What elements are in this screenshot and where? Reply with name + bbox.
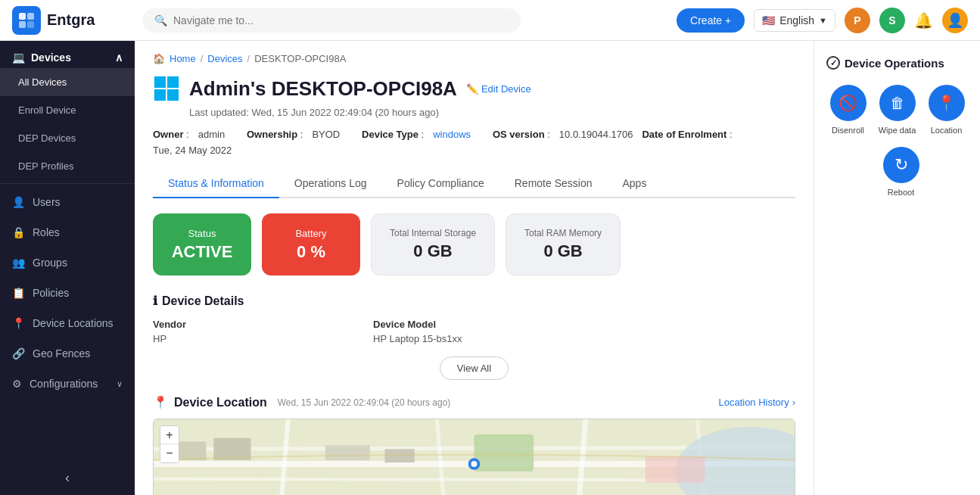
avatar-s[interactable]: S — [879, 8, 905, 33]
avatar-user[interactable]: 👤 — [942, 8, 968, 33]
sidebar-item-dep-profiles[interactable]: DEP Profiles — [0, 152, 135, 180]
search-bar[interactable]: 🔍 — [142, 8, 521, 33]
sidebar-item-groups[interactable]: 👥 Groups — [0, 248, 135, 278]
owner-value: admin — [198, 129, 225, 140]
svg-rect-4 — [154, 76, 166, 88]
tab-operations-log[interactable]: Operations Log — [279, 170, 382, 198]
tab-remote-session[interactable]: Remote Session — [499, 170, 608, 198]
device-details-title: ℹ Device Details — [153, 294, 795, 308]
device-location-section: 📍 Device Location Wed, 15 Jun 2022 02:49… — [153, 395, 795, 495]
ownership-label: Ownership : — [247, 129, 303, 140]
roles-label: Roles — [33, 226, 60, 238]
breadcrumb-devices[interactable]: Devices — [207, 53, 242, 64]
edit-device-link[interactable]: ✏️ Edit Device — [466, 83, 531, 95]
top-navigation: Entgra 🔍 Create + 🇺🇸 English ▼ P S 🔔 👤 — [0, 0, 980, 41]
model-field: Device Model HP Laptop 15-bs1xx — [373, 319, 575, 344]
enroll-device-label: Enroll Device — [18, 104, 76, 116]
op-disenroll[interactable]: 🚫 Disenroll — [826, 85, 870, 135]
svg-rect-11 — [176, 442, 206, 461]
tab-apps[interactable]: Apps — [607, 170, 661, 198]
sidebar-item-policies[interactable]: 📋 Policies — [0, 278, 135, 308]
disenroll-button[interactable]: 🚫 — [830, 85, 866, 121]
svg-rect-6 — [154, 89, 166, 101]
page-title: Admin's DESKTOP-OPCI98A — [189, 77, 457, 101]
chevron-up-icon: ∧ — [115, 51, 123, 64]
sidebar-item-geo-fences[interactable]: 🔗 Geo Fences — [0, 338, 135, 369]
sidebar-item-all-devices[interactable]: All Devices — [0, 68, 135, 96]
sidebar-devices-label: Devices — [31, 51, 71, 64]
ram-value: 0 GB — [543, 241, 582, 261]
configurations-icon: ⚙ — [12, 378, 22, 390]
vendor-value: HP — [153, 333, 355, 344]
create-button[interactable]: Create + — [677, 8, 745, 33]
op-location[interactable]: 📍 Location — [925, 85, 968, 135]
svg-rect-10 — [474, 434, 534, 472]
location-button[interactable]: 📍 — [929, 85, 965, 121]
main-content: 🏠 Home / Devices / DESKTOP-OPCI98A Admin… — [135, 41, 814, 495]
logo-area: Entgra — [12, 6, 133, 35]
sidebar-item-users[interactable]: 👤 Users — [0, 187, 135, 217]
users-label: Users — [33, 196, 61, 208]
location-header: 📍 Device Location Wed, 15 Jun 2022 02:49… — [153, 395, 795, 409]
enrolment-value: Tue, 24 May 2022 — [153, 145, 232, 156]
svg-rect-1 — [27, 13, 34, 20]
sidebar-item-dep-devices[interactable]: DEP Devices — [0, 124, 135, 152]
reboot-button[interactable]: ↻ — [883, 147, 919, 183]
location-timestamp: Wed, 15 Jun 2022 02:49:04 (20 hours ago) — [278, 397, 451, 408]
language-label: English — [779, 14, 814, 26]
model-label: Device Model — [373, 319, 575, 330]
zoom-in-button[interactable]: + — [160, 426, 179, 444]
checkmark-icon: ✓ — [826, 56, 840, 70]
roles-icon: 🔒 — [12, 226, 25, 238]
chevron-down-icon: ▼ — [819, 16, 827, 25]
battery-label: Battery — [295, 228, 326, 239]
search-input[interactable] — [173, 14, 509, 26]
status-cards: Status ACTIVE Battery 0 % Total Internal… — [153, 213, 795, 276]
policies-label: Policies — [33, 287, 69, 299]
view-all-button[interactable]: View All — [440, 356, 509, 380]
tab-status-information[interactable]: Status & Information — [153, 170, 279, 198]
content-and-ops: 🏠 Home / Devices / DESKTOP-OPCI98A Admin… — [135, 41, 980, 495]
notifications-icon[interactable]: 🔔 — [914, 11, 933, 30]
location-op-label: Location — [931, 126, 963, 135]
sidebar-item-device-locations[interactable]: 📍 Device Locations — [0, 308, 135, 338]
sidebar-item-roles[interactable]: 🔒 Roles — [0, 217, 135, 248]
svg-rect-14 — [385, 449, 415, 462]
wipe-data-label: Wipe data — [879, 126, 916, 135]
vendor-label: Vendor — [153, 319, 355, 330]
page-title-row: Admin's DESKTOP-OPCI98A ✏️ Edit Device — [153, 75, 795, 102]
windows-os-icon — [153, 75, 180, 102]
sidebar-item-enroll-device[interactable]: Enroll Device — [0, 96, 135, 124]
policies-icon: 📋 — [12, 287, 25, 299]
avatar-p[interactable]: P — [845, 8, 870, 33]
geo-fences-label: Geo Fences — [33, 347, 90, 360]
dep-profiles-label: DEP Profiles — [18, 160, 73, 172]
disenroll-label: Disenroll — [832, 126, 864, 135]
map-svg — [154, 419, 795, 495]
storage-value: 0 GB — [413, 241, 452, 261]
svg-rect-7 — [167, 89, 179, 101]
tab-policy-compliance[interactable]: Policy Compliance — [382, 170, 499, 198]
device-operations-panel: ✓ Device Operations 🚫 Disenroll 🗑 Wipe d… — [814, 41, 980, 495]
sidebar-collapse-button[interactable]: ‹ — [0, 461, 135, 495]
language-selector[interactable]: 🇺🇸 English ▼ — [754, 9, 835, 32]
zoom-out-button[interactable]: − — [160, 444, 179, 462]
device-location-map: + − — [153, 419, 795, 495]
device-type-label: Device Type : — [362, 129, 424, 140]
op-reboot[interactable]: ↻ Reboot — [834, 147, 968, 197]
svg-rect-15 — [646, 456, 705, 482]
breadcrumb-home[interactable]: Home — [170, 53, 196, 64]
device-meta: Owner : admin Ownership : BYOD Device Ty… — [153, 129, 795, 156]
edit-icon: ✏️ — [466, 83, 478, 95]
os-version-label: OS version : — [493, 129, 550, 140]
location-history-link[interactable]: Location History › — [718, 397, 795, 408]
op-wipe-data[interactable]: 🗑 Wipe data — [876, 85, 919, 135]
device-locations-label: Device Locations — [33, 317, 114, 329]
wipe-data-button[interactable]: 🗑 — [879, 85, 916, 121]
edit-device-label: Edit Device — [481, 83, 531, 95]
svg-rect-3 — [27, 21, 34, 28]
device-details-grid: Vendor HP Device Model HP Laptop 15-bs1x… — [153, 319, 795, 344]
all-devices-label: All Devices — [18, 76, 67, 88]
sidebar-devices-header[interactable]: 💻 Devices ∧ — [0, 41, 135, 68]
sidebar-item-configurations[interactable]: ⚙ Configurations ∨ — [0, 369, 135, 399]
